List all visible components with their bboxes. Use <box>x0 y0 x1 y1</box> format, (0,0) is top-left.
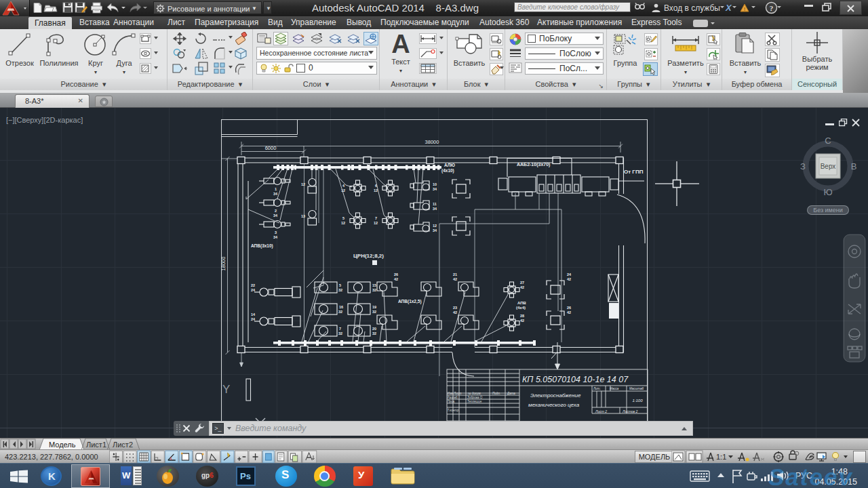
svg-text:12: 12 <box>374 221 378 225</box>
svg-text:Зоброва О: Зоброва О <box>467 396 483 399</box>
svg-text:28: 28 <box>520 314 524 318</box>
svg-text:42: 42 <box>394 277 398 281</box>
svg-text:26: 26 <box>567 306 571 310</box>
svg-text:14: 14 <box>251 312 256 317</box>
svg-text:Лист1: Лист1 <box>86 441 106 449</box>
svg-text:Электроснабжение: Электроснабжение <box>530 392 581 399</box>
svg-text:Листов 2: Листов 2 <box>622 409 638 413</box>
svg-text:34: 34 <box>273 214 278 218</box>
svg-text:Лист: Лист <box>453 392 462 395</box>
svg-text:23: 23 <box>453 306 457 310</box>
svg-text:34: 34 <box>433 207 437 211</box>
svg-text:24: 24 <box>251 288 256 292</box>
svg-text:32: 32 <box>372 288 376 292</box>
svg-text:20: 20 <box>372 327 376 331</box>
svg-text:5: 5 <box>342 216 344 220</box>
svg-text:34: 34 <box>273 192 278 196</box>
svg-text:Т.контр.: Т.контр. <box>448 409 460 412</box>
svg-text:6000: 6000 <box>265 145 277 151</box>
svg-text:34: 34 <box>273 235 278 239</box>
svg-text:АПВ: АПВ <box>517 301 527 305</box>
svg-text:38000: 38000 <box>425 139 439 145</box>
svg-text:42: 42 <box>567 310 571 314</box>
svg-text:12: 12 <box>341 221 345 225</box>
svg-text:34: 34 <box>433 187 437 191</box>
svg-text:10: 10 <box>433 182 437 186</box>
svg-text:Лит.: Лит. <box>593 387 601 390</box>
svg-text:15: 15 <box>372 283 376 287</box>
svg-text:Подп.: Подп. <box>492 392 500 395</box>
svg-text:11: 11 <box>433 202 437 206</box>
svg-text:АПВ(3х10): АПВ(3х10) <box>251 243 273 249</box>
svg-text:32: 32 <box>372 331 376 336</box>
svg-text:АПВ(1х2,5): АПВ(1х2,5) <box>398 299 422 304</box>
svg-text:Дата: Дата <box>507 392 515 395</box>
svg-text:Лист 2: Лист 2 <box>595 409 607 413</box>
svg-text:12: 12 <box>433 224 437 228</box>
svg-text:КП 5.05070104 10-1е 14 07: КП 5.05070104 10-1е 14 07 <box>522 375 629 384</box>
svg-text:1:1: 1:1 <box>716 453 726 461</box>
svg-text:19: 19 <box>372 305 376 309</box>
svg-text:№ докум.: № докум. <box>468 392 481 395</box>
svg-text:АЛЮ: АЛЮ <box>444 163 455 167</box>
svg-text:27: 27 <box>520 281 524 285</box>
svg-text:42: 42 <box>520 319 524 323</box>
svg-text:Изм: Изм <box>448 392 453 395</box>
svg-text:(4х4): (4х4) <box>516 306 526 310</box>
svg-text:От ГПП: От ГПП <box>624 169 644 175</box>
svg-text:5: 5 <box>339 283 341 287</box>
svg-text:26: 26 <box>394 272 398 277</box>
svg-text:7: 7 <box>339 327 341 331</box>
svg-text:24: 24 <box>567 272 572 277</box>
svg-text:Модель: Модель <box>49 441 76 449</box>
svg-text:Лист2: Лист2 <box>113 441 133 449</box>
svg-text:?: ? <box>770 4 774 12</box>
svg-text:7: 7 <box>375 216 377 220</box>
svg-text:1:100: 1:100 <box>632 399 643 403</box>
svg-text:механического цеха: механического цеха <box>528 402 580 408</box>
svg-text:16: 16 <box>339 305 343 309</box>
svg-text:2: 2 <box>275 209 277 213</box>
svg-text:Тепляшин: Тепляшин <box>467 400 482 403</box>
svg-text:1: 1 <box>275 187 277 191</box>
svg-text:12: 12 <box>374 188 378 192</box>
svg-text:Масштаб: Масштаб <box>629 387 644 390</box>
svg-text:ЦРН(12;8,2): ЦРН(12;8,2) <box>353 253 384 259</box>
svg-text:34: 34 <box>433 228 437 232</box>
svg-text:42: 42 <box>453 277 457 281</box>
svg-text:42: 42 <box>520 285 524 289</box>
svg-text:42: 42 <box>453 310 457 314</box>
svg-text:3: 3 <box>275 230 277 235</box>
svg-text:12: 12 <box>301 182 305 186</box>
svg-text:32: 32 <box>372 310 376 314</box>
svg-text:42: 42 <box>567 277 571 281</box>
svg-text:22: 22 <box>251 283 255 287</box>
svg-text:32: 32 <box>338 331 342 336</box>
svg-text:Разраб.: Разраб. <box>448 396 458 399</box>
svg-text:18000: 18000 <box>220 257 226 271</box>
svg-text:13: 13 <box>301 214 305 218</box>
svg-text:32: 32 <box>338 310 342 314</box>
svg-text:!: ! <box>744 6 745 12</box>
svg-text:24: 24 <box>251 317 256 321</box>
svg-text:ААБ2-10(3х70): ААБ2-10(3х70) <box>517 162 550 167</box>
svg-text:(4х10): (4х10) <box>441 168 454 174</box>
svg-text:Масса: Масса <box>610 387 619 390</box>
svg-text:Пров.: Пров. <box>448 400 456 403</box>
svg-text:21: 21 <box>453 272 457 277</box>
svg-text:32: 32 <box>338 288 342 292</box>
